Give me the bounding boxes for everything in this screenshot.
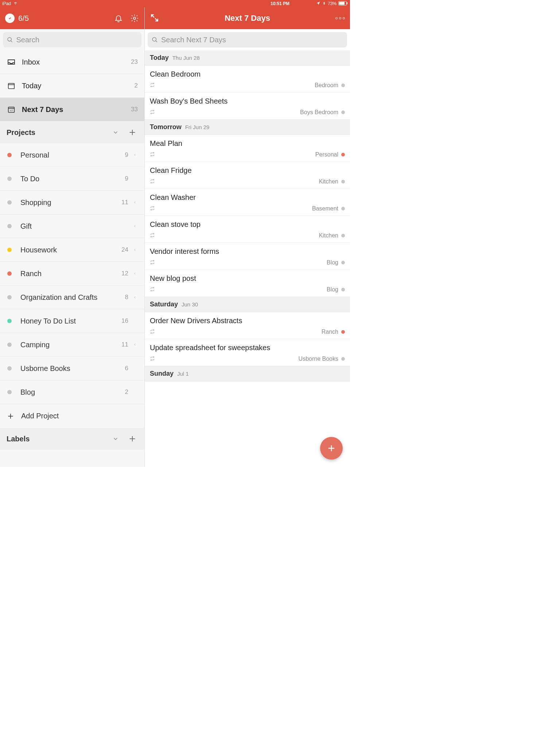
nav-count: 33	[131, 106, 138, 113]
project-item[interactable]: Organization and Crafts 8	[0, 286, 144, 309]
svg-line-6	[11, 41, 12, 42]
sidebar-header: 6/5	[0, 7, 144, 29]
project-label: Housework	[20, 246, 121, 254]
nav-label: Today	[22, 82, 41, 90]
task-row[interactable]: Order New Drivers Abstracts Ranch	[145, 312, 350, 339]
project-color-dot	[341, 84, 345, 87]
expand-icon[interactable]	[150, 13, 160, 23]
main-title: Next 7 Days	[225, 13, 270, 23]
project-color-dot	[341, 288, 345, 291]
task-title: Order New Drivers Abstracts	[150, 317, 345, 325]
nav-inbox[interactable]: Inbox 23	[0, 50, 144, 74]
task-title: Clean Washer	[150, 193, 345, 202]
sidebar-search[interactable]	[3, 32, 141, 47]
task-row[interactable]: Clean Bedroom Bedroom	[145, 66, 350, 93]
more-icon[interactable]	[335, 17, 345, 19]
project-label: Ranch	[20, 270, 121, 278]
project-count: 2	[125, 388, 128, 396]
project-count: 9	[125, 151, 128, 159]
task-row[interactable]: Meal Plan Personal	[145, 135, 350, 162]
recurring-icon	[150, 356, 156, 362]
project-item[interactable]: Shopping 11	[0, 191, 144, 214]
project-item[interactable]: Gift	[0, 214, 144, 238]
day-group-header: TomorrowFri Jun 29	[145, 120, 350, 135]
main-header: Next 7 Days	[145, 7, 350, 29]
group-name: Saturday	[150, 301, 178, 308]
task-project: Basement	[312, 205, 345, 212]
group-name: Sunday	[150, 370, 174, 378]
add-project-icon[interactable]	[127, 127, 138, 138]
settings-icon[interactable]	[130, 13, 139, 23]
task-row[interactable]: Clean stove top Kitchen	[145, 216, 350, 243]
task-row[interactable]: Clean Washer Basement	[145, 189, 350, 216]
project-count: 16	[121, 317, 128, 325]
project-color-dot	[7, 319, 12, 323]
project-item[interactable]: Housework 24	[0, 238, 144, 262]
svg-rect-1	[339, 2, 345, 5]
project-color-dot	[7, 248, 12, 252]
calendar-7days-icon: +7	[7, 105, 16, 113]
nav-today[interactable]: Today 2	[0, 74, 144, 98]
svg-text:+7: +7	[10, 109, 13, 112]
recurring-icon	[150, 206, 156, 212]
chevron-right-icon	[132, 247, 138, 253]
project-label: Personal	[20, 151, 125, 159]
nav-next7days[interactable]: +7 Next 7 Days 33	[0, 98, 144, 121]
karma-badge[interactable]	[5, 13, 15, 23]
task-title: Meal Plan	[150, 139, 345, 148]
project-color-dot	[7, 153, 12, 157]
add-label-icon[interactable]	[127, 433, 138, 444]
status-bar: iPad 10:51 PM 73%	[0, 0, 350, 7]
task-title: Clean stove top	[150, 220, 345, 229]
project-count: 11	[121, 199, 128, 206]
nav-label: Next 7 Days	[22, 105, 63, 114]
add-project-button[interactable]: Add Project	[0, 404, 144, 428]
project-item[interactable]: Ranch 12	[0, 262, 144, 286]
notifications-icon[interactable]	[114, 13, 123, 23]
project-item[interactable]: Blog 2	[0, 380, 144, 404]
recurring-icon	[150, 109, 156, 115]
chevron-right-icon	[132, 223, 138, 229]
chevron-right-icon	[132, 342, 138, 348]
project-color-dot	[7, 390, 12, 394]
svg-point-18	[152, 38, 156, 41]
project-color-dot	[341, 234, 345, 237]
project-label: Honey To Do List	[20, 317, 121, 325]
add-project-label: Add Project	[21, 412, 59, 420]
project-item[interactable]: Honey To Do List 16	[0, 309, 144, 333]
status-battery-pct: 73%	[328, 1, 337, 6]
project-label: Usborne Books	[20, 364, 125, 373]
project-item[interactable]: Personal 9	[0, 143, 144, 167]
project-item[interactable]: To Do 9	[0, 167, 144, 191]
main-panel: Next 7 Days TodayThu Jun 28 Clean Bedroo…	[145, 7, 350, 467]
project-count: 11	[121, 341, 128, 348]
project-color-dot	[341, 357, 345, 361]
task-title: Clean Fridge	[150, 166, 345, 175]
task-project: Usborne Books	[299, 356, 345, 362]
main-search[interactable]	[148, 32, 347, 47]
task-project: Blog	[327, 259, 345, 266]
svg-rect-7	[8, 84, 15, 89]
project-item[interactable]: Usborne Books 6	[0, 357, 144, 380]
task-row[interactable]: Update spreadsheet for sweepstakes Usbor…	[145, 339, 350, 366]
nav-label: Inbox	[22, 58, 40, 66]
task-row[interactable]: Clean Fridge Kitchen	[145, 162, 350, 189]
sidebar-search-input[interactable]	[16, 36, 138, 44]
task-title: New blog post	[150, 274, 345, 283]
collapse-projects-icon[interactable]	[110, 127, 121, 138]
recurring-icon	[150, 233, 156, 239]
task-row[interactable]: New blog post Blog	[145, 270, 350, 297]
project-item[interactable]: Camping 11	[0, 333, 144, 357]
recurring-icon	[150, 260, 156, 266]
main-search-input[interactable]	[161, 36, 343, 44]
task-row[interactable]: Vendor interest forms Blog	[145, 243, 350, 270]
project-color-dot	[7, 177, 12, 181]
group-name: Tomorrow	[150, 123, 182, 131]
chevron-right-icon	[132, 152, 138, 158]
add-task-fab[interactable]	[320, 437, 343, 460]
projects-header: Projects	[0, 121, 144, 143]
task-title: Update spreadsheet for sweepstakes	[150, 344, 345, 352]
task-project: Kitchen	[319, 232, 345, 239]
task-row[interactable]: Wash Boy's Bed Sheets Boys Bedroom	[145, 93, 350, 120]
collapse-labels-icon[interactable]	[110, 433, 121, 444]
